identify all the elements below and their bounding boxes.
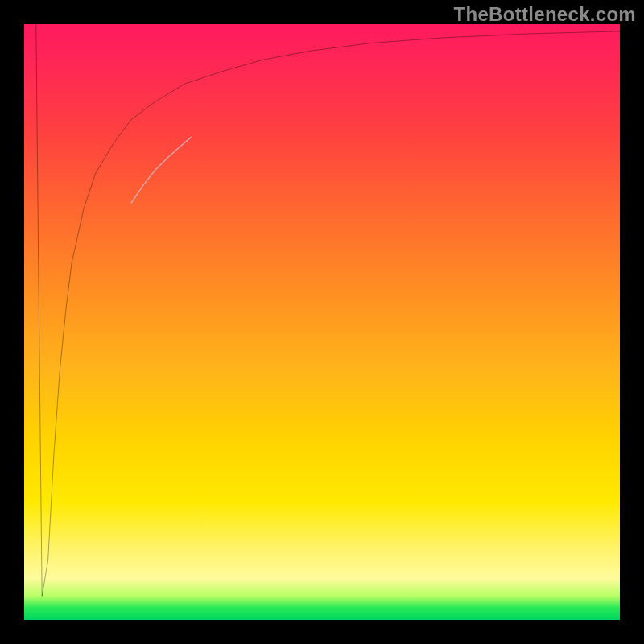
chart-stage: TheBottleneck.com	[0, 0, 644, 644]
curve-layer	[24, 24, 620, 620]
highlight-segment	[131, 138, 191, 203]
attribution-text: TheBottleneck.com	[454, 3, 636, 26]
bottleneck-curve	[36, 24, 620, 596]
plot-area	[24, 24, 620, 620]
